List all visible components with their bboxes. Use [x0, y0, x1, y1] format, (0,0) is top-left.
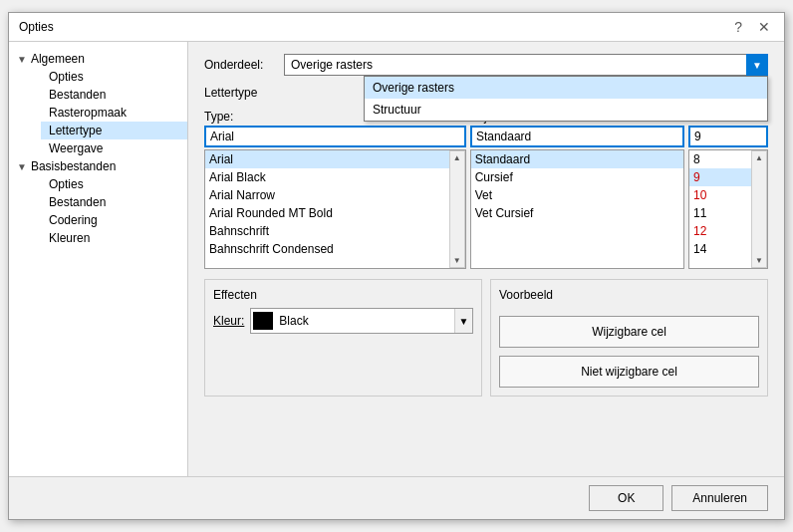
kleur-label: Kleur:	[213, 314, 244, 328]
scroll-down-arrow[interactable]: ▼	[753, 254, 765, 267]
color-swatch	[253, 312, 273, 330]
voorbeeld-box: Voorbeeld Wijzigbare cel Niet wijzigbare…	[490, 279, 768, 397]
type-input-wrapper	[204, 126, 466, 147]
font-list-item[interactable]: Arial Rounded MT Bold	[205, 204, 449, 222]
punten-list-container: 8 9 10 11 12 14 ▲ ▼	[688, 149, 768, 269]
type-list: Arial Arial Black Arial Narrow Arial Rou…	[205, 150, 449, 268]
sidebar-label: Bestanden	[49, 88, 106, 102]
sidebar-item-kleuren[interactable]: Kleuren	[41, 229, 187, 247]
punten-list-item[interactable]: 12	[689, 222, 751, 240]
punten-list-item[interactable]: 11	[689, 204, 751, 222]
options-dialog: Opties ? ✕ ▼ Algemeen Opties Bestanden R…	[8, 12, 785, 520]
sidebar-label: Opties	[49, 70, 84, 84]
onderdeel-dropdown-popup: Overige rasters Structuur	[364, 76, 768, 122]
sidebar-item-bestanden2[interactable]: Bestanden	[41, 193, 187, 211]
sidebar-children-basisbestanden: Opties Bestanden Codering Kleuren	[25, 175, 187, 247]
sidebar-item-algemeen[interactable]: ▼ Algemeen	[9, 50, 187, 68]
stijl-list: Standaard Cursief Vet Vet Cursief	[471, 150, 683, 268]
sidebar-item-bestanden1[interactable]: Bestanden	[41, 86, 187, 104]
type-label: Type:	[204, 110, 233, 124]
main-content: Onderdeel: Overige rasters Structuur ▼ O…	[188, 42, 784, 476]
sidebar: ▼ Algemeen Opties Bestanden Rasteropmaak…	[9, 42, 188, 476]
punten-list-item[interactable]: 9	[689, 168, 751, 186]
sidebar-children-algemeen: Opties Bestanden Rasteropmaak Lettertype…	[25, 68, 187, 157]
ok-button[interactable]: OK	[589, 485, 663, 511]
title-bar-controls: ? ✕	[730, 19, 774, 35]
font-list-item[interactable]: Bahnschrift	[205, 222, 449, 240]
sidebar-label: Weergave	[49, 141, 103, 155]
color-select-wrapper[interactable]: Black ▼	[250, 308, 473, 334]
stijl-list-item[interactable]: Vet	[471, 186, 683, 204]
onderdeel-row: Onderdeel: Overige rasters Structuur ▼ O…	[204, 54, 768, 76]
annuleren-button[interactable]: Annuleren	[671, 485, 768, 511]
scroll-down-arrow[interactable]: ▼	[451, 254, 463, 267]
wijzigbare-cel-button[interactable]: Wijzigbare cel	[499, 316, 759, 348]
stijl-list-container: Standaard Cursief Vet Vet Cursief	[470, 149, 684, 269]
font-list-item[interactable]: Arial	[205, 150, 449, 168]
punten-input[interactable]	[688, 126, 768, 147]
help-button[interactable]: ?	[730, 19, 746, 35]
type-input[interactable]	[204, 126, 466, 147]
sidebar-item-weergave[interactable]: Weergave	[41, 139, 187, 157]
onderdeel-dropdown-wrapper: Overige rasters Structuur ▼ Overige rast…	[284, 54, 768, 76]
sidebar-item-label: Algemeen	[31, 52, 85, 66]
dropdown-option-structuur[interactable]: Structuur	[365, 99, 767, 121]
scroll-up-arrow[interactable]: ▲	[753, 151, 765, 164]
sidebar-item-lettertype[interactable]: Lettertype	[41, 122, 187, 139]
expand-arrow: ▼	[17, 54, 27, 65]
stijl-input-wrapper	[470, 126, 684, 147]
punten-input-wrapper	[688, 126, 768, 147]
punten-list-item[interactable]: 10	[689, 186, 751, 204]
close-button[interactable]: ✕	[754, 19, 774, 35]
punten-list-item[interactable]: 8	[689, 150, 751, 168]
font-list-item[interactable]: Arial Black	[205, 168, 449, 186]
sidebar-item-rasteropmaak[interactable]: Rasteropmaak	[41, 104, 187, 122]
sidebar-item-opties1[interactable]: Opties	[41, 68, 187, 86]
onderdeel-label: Onderdeel:	[204, 58, 284, 72]
sidebar-label: Kleuren	[49, 231, 90, 245]
font-list-item[interactable]: Arial Narrow	[205, 186, 449, 204]
sidebar-item-label: Basisbestanden	[31, 159, 116, 173]
punten-list-scrollbar[interactable]: ▲ ▼	[751, 150, 767, 268]
dialog-body: ▼ Algemeen Opties Bestanden Rasteropmaak…	[9, 42, 784, 476]
effecten-title: Effecten	[213, 288, 473, 302]
font-inputs-row	[204, 126, 768, 147]
sidebar-label: Bestanden	[49, 195, 106, 209]
bottom-section: Effecten Kleur: Black ▼ Voorbeeld Wijzig…	[204, 279, 768, 397]
punten-list: 8 9 10 11 12 14	[689, 150, 751, 268]
stijl-list-item[interactable]: Standaard	[471, 150, 683, 168]
bottom-bar: OK Annuleren	[9, 476, 784, 519]
type-list-container: Arial Arial Black Arial Narrow Arial Rou…	[204, 149, 466, 269]
title-bar: Opties ? ✕	[9, 13, 784, 42]
sidebar-label: Rasteropmaak	[49, 106, 127, 120]
dialog-title: Opties	[19, 20, 54, 34]
niet-wijzigbare-cel-button[interactable]: Niet wijzigbare cel	[499, 356, 759, 388]
sidebar-label: Codering	[49, 213, 98, 227]
onderdeel-select[interactable]: Overige rasters Structuur	[284, 54, 768, 76]
type-list-scrollbar[interactable]: ▲ ▼	[449, 150, 465, 268]
stijl-input[interactable]	[470, 126, 684, 147]
font-lists-row: Arial Arial Black Arial Narrow Arial Rou…	[204, 149, 768, 269]
sidebar-item-opties2[interactable]: Opties	[41, 175, 187, 193]
scroll-up-arrow[interactable]: ▲	[451, 151, 463, 164]
stijl-list-item[interactable]: Cursief	[471, 168, 683, 186]
font-list-item[interactable]: Bahnschrift Condensed	[205, 240, 449, 258]
sidebar-label: Lettertype	[49, 124, 102, 137]
lettertype-label: Lettertype	[204, 86, 284, 100]
kleur-row: Kleur: Black ▼	[213, 308, 473, 334]
sidebar-item-codering[interactable]: Codering	[41, 211, 187, 229]
voorbeeld-title: Voorbeeld	[499, 288, 759, 302]
sidebar-item-basisbestanden[interactable]: ▼ Basisbestanden	[9, 157, 187, 175]
dropdown-option-overige[interactable]: Overige rasters	[365, 77, 767, 99]
effecten-box: Effecten Kleur: Black ▼	[204, 279, 482, 397]
sidebar-label: Opties	[49, 177, 84, 191]
punten-list-item[interactable]: 14	[689, 240, 751, 258]
stijl-list-item[interactable]: Vet Cursief	[471, 204, 683, 222]
color-dropdown-arrow[interactable]: ▼	[454, 309, 472, 333]
expand-arrow: ▼	[17, 161, 27, 172]
color-text: Black	[275, 312, 454, 330]
